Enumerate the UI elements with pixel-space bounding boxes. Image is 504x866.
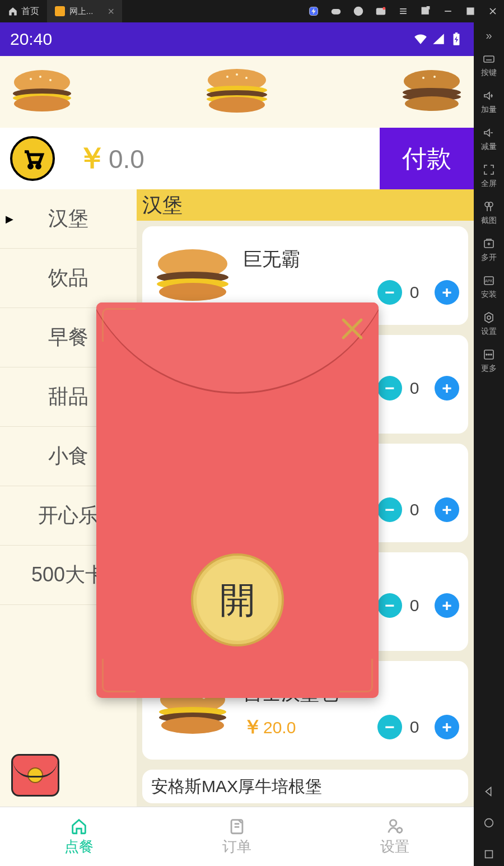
svg-point-15 — [487, 316, 491, 319]
promo-banner[interactable] — [0, 56, 474, 128]
nav-orders[interactable]: 订单 — [158, 807, 316, 866]
nav-order-food[interactable]: 点餐 — [0, 807, 158, 866]
cart-bar: ￥ 0.0 付款 — [0, 128, 474, 189]
svg-rect-23 — [455, 32, 458, 34]
user-icon[interactable] — [347, 6, 370, 17]
nav-settings[interactable]: 设置 — [316, 807, 474, 866]
svg-marker-14 — [485, 313, 493, 323]
product-card: 安格斯MAX厚牛培根堡 — [142, 770, 468, 803]
qty-plus-button[interactable]: + — [435, 280, 459, 305]
sidebar-volume-up[interactable]: 加量 — [481, 83, 497, 120]
android-status-bar: 20:40 — [0, 22, 474, 56]
cart-icon — [21, 147, 44, 170]
svg-point-17 — [486, 354, 487, 355]
product-name: 巨无霸 — [243, 246, 459, 272]
modal-close-button[interactable] — [339, 316, 365, 342]
svg-point-28 — [30, 78, 32, 80]
svg-point-45 — [29, 165, 32, 168]
svg-point-60 — [397, 828, 402, 833]
qty-plus-button[interactable]: + — [435, 497, 459, 522]
bottom-nav: 点餐 订单 设置 — [0, 807, 474, 866]
envelope-open-button[interactable]: 開 — [191, 553, 284, 646]
sidebar-settings[interactable]: 设置 — [481, 305, 497, 342]
qty-minus-button[interactable]: − — [377, 497, 402, 522]
svg-text:APK: APK — [485, 279, 493, 283]
qty-value: 0 — [402, 283, 427, 302]
cart-button[interactable] — [10, 136, 55, 181]
tab-close-button[interactable]: × — [108, 5, 115, 18]
svg-point-18 — [488, 354, 489, 355]
qty-value: 0 — [402, 500, 427, 519]
svg-rect-8 — [484, 56, 494, 62]
minimize-icon[interactable] — [437, 6, 459, 17]
qty-minus-button[interactable]: − — [377, 715, 402, 739]
maximize-icon[interactable] — [459, 6, 482, 17]
sidebar-screenshot[interactable]: 截图 — [481, 194, 497, 231]
sidebar-multi-instance[interactable]: 多开 — [481, 231, 497, 268]
menu-icon[interactable] — [392, 6, 414, 17]
envelope-flap — [96, 302, 379, 426]
sidebar-install-apk[interactable]: APK安装 — [481, 268, 497, 305]
svg-point-42 — [405, 96, 459, 111]
qty-plus-button[interactable]: + — [435, 376, 459, 401]
svg-point-37 — [236, 73, 238, 76]
svg-rect-7 — [467, 8, 474, 15]
nav-home-icon[interactable] — [483, 817, 495, 829]
gamepad-icon[interactable] — [325, 6, 347, 17]
svg-point-43 — [422, 77, 424, 79]
svg-rect-1 — [332, 10, 340, 14]
coin-icon — [27, 767, 43, 783]
status-time: 20:40 — [10, 30, 52, 49]
svg-point-59 — [390, 820, 396, 826]
phone-screen: 20:40 ￥ 0.0 付款 汉堡 饮品 早餐 甜品 小食 开心乐 500大 — [0, 22, 474, 866]
emulator-sidebar: » 按键 加量 减量 全屏 截图 多开 APK安装 设置 更多 — [474, 22, 504, 866]
close-window-icon[interactable] — [482, 6, 504, 17]
product-name: 安格斯MAX厚牛培根堡 — [151, 775, 459, 798]
qty-plus-button[interactable]: + — [435, 593, 459, 618]
product-price: ￥ 20.0 — [243, 714, 296, 740]
qty-minus-button[interactable]: − — [377, 280, 402, 305]
cart-value: 0.0 — [109, 144, 144, 174]
sidebar-keymap[interactable]: 按键 — [481, 46, 497, 83]
nav-recents-icon[interactable] — [483, 848, 495, 860]
currency-symbol: ￥ — [77, 139, 106, 178]
mail-icon[interactable] — [370, 6, 392, 17]
qty-plus-button[interactable]: + — [435, 715, 459, 739]
pay-button[interactable]: 付款 — [380, 128, 474, 189]
svg-point-29 — [39, 76, 41, 78]
svg-point-44 — [433, 76, 436, 78]
svg-point-50 — [159, 283, 226, 301]
svg-rect-21 — [486, 851, 493, 858]
android-nav-buttons — [483, 785, 495, 860]
svg-point-46 — [37, 165, 40, 168]
svg-point-35 — [209, 97, 265, 113]
sidebar-fullscreen[interactable]: 全屏 — [481, 157, 497, 194]
home-icon — [8, 6, 18, 16]
qty-value: 0 — [402, 718, 427, 737]
red-envelope-fab[interactable] — [11, 754, 59, 797]
svg-point-30 — [49, 79, 52, 81]
red-envelope-modal: 開 — [96, 302, 379, 698]
qty-minus-button[interactable]: − — [377, 376, 402, 401]
svg-point-19 — [491, 354, 492, 355]
section-header: 汉堡 — [137, 189, 474, 221]
popout-icon[interactable] — [414, 6, 437, 17]
emulator-tab[interactable]: 网上... × — [47, 0, 122, 22]
svg-point-27 — [14, 96, 70, 111]
category-item-drink[interactable]: 饮品 — [0, 249, 137, 308]
emulator-home-label: 首页 — [21, 6, 39, 17]
sidebar-volume-down[interactable]: 减量 — [481, 120, 497, 157]
category-item-burger[interactable]: 汉堡 — [0, 189, 137, 249]
sidebar-collapse-icon[interactable]: » — [486, 27, 492, 46]
qty-value: 0 — [402, 379, 427, 398]
svg-point-54 — [161, 717, 224, 734]
sidebar-more[interactable]: 更多 — [481, 342, 497, 379]
product-image — [148, 245, 237, 306]
settings-icon — [385, 817, 404, 836]
tab-title: 网上... — [69, 6, 94, 17]
qty-minus-button[interactable]: − — [377, 593, 402, 618]
nav-back-icon[interactable] — [483, 785, 495, 798]
emulator-home-button[interactable]: 首页 — [0, 6, 47, 17]
boost-icon[interactable] — [302, 6, 325, 17]
banner-burger-2 — [200, 67, 273, 117]
